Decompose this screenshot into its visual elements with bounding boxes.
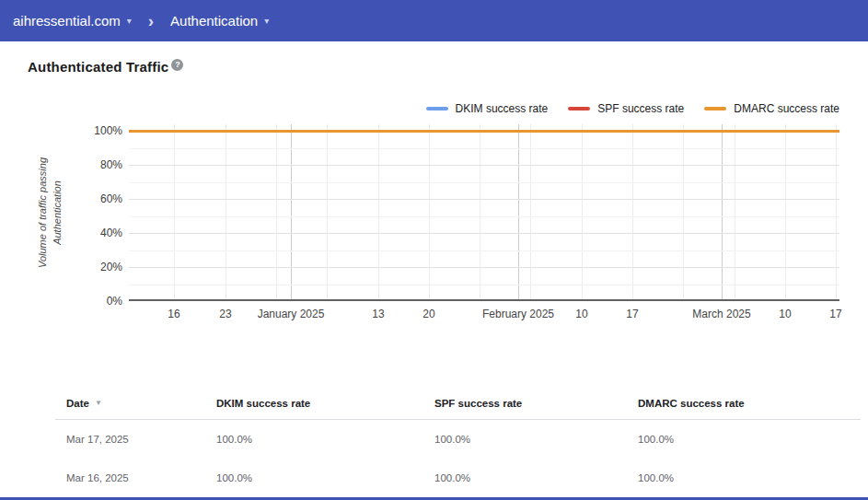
horizontal-gridline	[129, 182, 839, 183]
x-axis-line	[129, 299, 839, 301]
vertical-gridline-week	[327, 124, 328, 301]
legend-label: DMARC success rate	[734, 102, 839, 115]
column-header-date[interactable]: Date▼	[66, 398, 216, 409]
x-tick-label: 16	[168, 308, 179, 320]
y-tick-label: 0%	[0, 295, 122, 308]
table-cell: 100.0%	[638, 434, 861, 445]
x-tick-label: March 2025	[692, 308, 750, 320]
x-tick-label: January 2025	[258, 308, 325, 320]
x-tick-label: 13	[372, 308, 384, 320]
vertical-gridline-week	[480, 124, 480, 301]
horizontal-gridline	[129, 267, 839, 268]
vertical-gridline-week	[582, 124, 583, 301]
chart-legend: DKIM success rateSPF success rateDMARC s…	[426, 102, 839, 115]
legend-item: DKIM success rate	[426, 102, 549, 115]
table-cell: 100.0%	[216, 434, 434, 445]
y-tick-label: 60%	[0, 192, 122, 205]
table-header-row: Date▼DKIM success rateSPF success rateDM…	[55, 387, 861, 420]
x-tick-label: 20	[422, 308, 434, 320]
vertical-gridline-week	[836, 124, 837, 301]
vertical-gridline-week	[429, 124, 430, 301]
legend-item: SPF success rate	[568, 102, 684, 115]
postmaster-tools-screen: aihressential.com ▾ › Authentication ▾ A…	[0, 0, 868, 500]
vertical-gridline-week	[683, 124, 684, 301]
vertical-gridline-month	[518, 124, 519, 301]
vertical-gridline-week	[735, 124, 735, 301]
horizontal-gridline	[129, 216, 839, 217]
y-axis-title-line1: Volume of traffic passing	[36, 157, 51, 268]
horizontal-gridline	[129, 250, 839, 251]
legend-label: DKIM success rate	[456, 102, 549, 115]
table-cell: 100.0%	[434, 472, 638, 483]
vertical-gridline-week	[378, 124, 379, 301]
y-tick-label: 80%	[0, 158, 122, 171]
table-body: Mar 17, 2025100.0%100.0%100.0%Mar 16, 20…	[55, 420, 861, 497]
authentication-table: Date▼DKIM success rateSPF success rateDM…	[55, 387, 861, 497]
table-cell: 100.0%	[216, 472, 434, 483]
vertical-gridline-week	[530, 124, 531, 301]
horizontal-gridline	[129, 165, 839, 166]
legend-label: SPF success rate	[597, 102, 684, 115]
horizontal-gridline	[129, 285, 839, 285]
x-tick-label: 10	[575, 308, 587, 320]
column-header-spf-success-rate: SPF success rate	[434, 398, 638, 409]
chart-plot-area[interactable]	[129, 124, 839, 301]
vertical-gridline-week	[174, 124, 175, 301]
vertical-gridline-week	[785, 124, 786, 301]
x-tick-label: 17	[626, 308, 638, 320]
x-tick-label: February 2025	[482, 308, 554, 320]
legend-swatch	[704, 107, 726, 110]
legend-item: DMARC success rate	[704, 102, 839, 115]
y-tick-label: 100%	[0, 124, 122, 137]
x-tick-label: 17	[829, 308, 841, 320]
series-line-dmarc	[129, 130, 839, 133]
legend-swatch	[568, 107, 590, 110]
vertical-gridline-week	[276, 124, 277, 301]
x-tick-label: 23	[219, 308, 231, 320]
vertical-gridline-month	[722, 124, 723, 301]
vertical-gridline-week	[632, 124, 633, 301]
table-row: Mar 16, 2025100.0%100.0%100.0%	[55, 459, 861, 497]
legend-swatch	[426, 107, 448, 110]
column-header-dkim-success-rate: DKIM success rate	[216, 398, 434, 409]
horizontal-gridline	[129, 148, 839, 149]
x-tick-label: 10	[779, 308, 791, 320]
column-header-dmarc-success-rate: DMARC success rate	[638, 398, 861, 409]
table-cell: Mar 17, 2025	[66, 434, 216, 445]
y-axis-title: Volume of traffic passing Authentication	[36, 157, 65, 268]
vertical-gridline-week	[226, 124, 226, 301]
y-axis-title-line2: Authentication	[51, 157, 65, 268]
sort-descending-icon: ▼	[95, 399, 102, 407]
y-tick-label: 40%	[0, 227, 122, 239]
horizontal-gridline	[129, 199, 839, 200]
table-cell: Mar 16, 2025	[66, 472, 216, 483]
vertical-gridline-month	[291, 124, 292, 301]
table-cell: 100.0%	[434, 434, 638, 445]
table-row: Mar 17, 2025100.0%100.0%100.0%	[55, 420, 861, 459]
table-cell: 100.0%	[638, 472, 861, 483]
y-tick-label: 20%	[0, 261, 122, 273]
horizontal-gridline	[129, 233, 839, 234]
authenticated-traffic-chart: DKIM success rateSPF success rateDMARC s…	[0, 0, 868, 387]
